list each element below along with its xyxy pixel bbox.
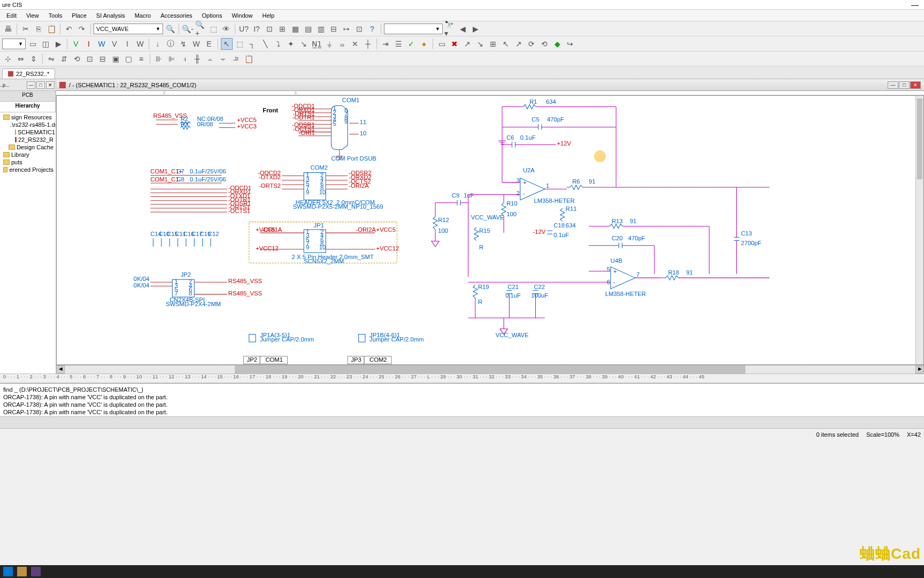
panel-close-icon[interactable]: ✕ xyxy=(46,81,55,89)
menu-macro[interactable]: Macro xyxy=(130,11,156,20)
tree-design-cache[interactable]: Design Cache xyxy=(1,143,55,151)
canvas-area[interactable]: Front RS485_VSS R2NC:0R/08 R30R/08 +VCC5… xyxy=(56,95,924,365)
zoom-fit-icon[interactable]: 👁 xyxy=(220,23,232,35)
find-combo[interactable]: VCC_WAVE▼ xyxy=(94,24,163,34)
sim-i2-icon[interactable]: I xyxy=(121,38,133,50)
prev-match-icon[interactable]: ◀ xyxy=(457,23,468,35)
search-combo[interactable]: ▼ xyxy=(384,24,443,34)
rotate-icon[interactable]: ⟲ xyxy=(71,53,83,65)
menu-options[interactable]: Options xyxy=(198,11,227,20)
doc-tab-schematic[interactable]: 22_RS232..* xyxy=(2,69,55,79)
u-icon[interactable]: U? xyxy=(238,23,250,35)
sim-v2-icon[interactable]: V xyxy=(109,38,120,50)
part-icon[interactable]: ⊞ xyxy=(276,23,288,35)
sim-i-icon[interactable]: I xyxy=(83,38,95,50)
menu-place[interactable]: Place xyxy=(67,11,91,20)
updatepart-icon[interactable]: ⟳ xyxy=(526,38,537,50)
ref-icon[interactable]: I? xyxy=(251,23,263,35)
menu-tools[interactable]: Tools xyxy=(44,11,67,20)
place-wire-icon[interactable]: ┐ xyxy=(247,38,258,50)
schem-min-icon[interactable]: — xyxy=(888,81,898,89)
tab-pcb[interactable]: PCB xyxy=(0,91,56,101)
sim-w2-icon[interactable]: W xyxy=(134,38,146,50)
align-bottom-icon[interactable]: ⫡ xyxy=(230,53,242,65)
net-icon[interactable]: ⊡ xyxy=(264,23,275,35)
grid1-icon[interactable]: ▦ xyxy=(289,23,301,35)
next-match-icon[interactable]: ▶ xyxy=(469,23,481,35)
align-right-icon[interactable]: ⫠ xyxy=(204,53,216,65)
place-text-icon[interactable]: ✓ xyxy=(405,38,417,50)
project-tree[interactable]: sign Resources .\rs232-rs485-1.dsn SCHEM… xyxy=(0,112,56,374)
taskbar[interactable] xyxy=(0,565,924,578)
cut-icon[interactable]: ✂ xyxy=(20,23,32,35)
menu-si-analysis[interactable]: SI Analysis xyxy=(92,11,129,20)
zoom-area-icon[interactable]: ⬚ xyxy=(207,23,219,35)
sim-w-icon[interactable]: W xyxy=(96,38,107,50)
notes-icon[interactable]: 📋 xyxy=(243,53,255,65)
place-junction-icon[interactable]: ✦ xyxy=(285,38,297,50)
dist-h-icon[interactable]: ⊪ xyxy=(153,53,165,65)
ungroup-icon[interactable]: ⊟ xyxy=(97,53,109,65)
tree-page[interactable]: 22_RS232_R xyxy=(1,136,55,143)
schem-max-icon[interactable]: □ xyxy=(899,81,910,89)
menu-edit[interactable]: Edit xyxy=(2,11,21,20)
mirror-h-icon[interactable]: ⇋ xyxy=(45,53,57,65)
sim-marker1-icon[interactable]: ↓ xyxy=(152,38,164,50)
next-icon[interactable]: ↦ xyxy=(341,23,352,35)
tree-dsn-file[interactable]: .\rs232-rs485-1.dsn xyxy=(1,121,55,128)
snap-icon[interactable]: ⊡ xyxy=(353,23,365,35)
place-busentry-icon[interactable]: ↘ xyxy=(298,38,310,50)
sim-marker2-icon[interactable]: ↯ xyxy=(178,38,189,50)
taskbar-app-icon[interactable] xyxy=(31,567,41,576)
drc-icon[interactable]: ▭ xyxy=(436,38,448,50)
binoculars-icon[interactable]: 🔭▾ xyxy=(444,23,456,35)
place-netalias-icon[interactable]: N̲1̲ xyxy=(311,38,322,50)
bom-icon[interactable]: ⊞ xyxy=(487,38,499,50)
grid2-icon[interactable]: ▤ xyxy=(302,23,314,35)
info-icon[interactable]: ⓘ xyxy=(165,38,176,50)
select-icon[interactable]: ↖ xyxy=(221,38,233,50)
tree-outputs[interactable]: puts xyxy=(1,158,55,166)
minimize-icon[interactable]: — xyxy=(911,1,919,9)
taskbar-explorer-icon[interactable] xyxy=(17,567,27,576)
cross-probe-icon[interactable]: ↖ xyxy=(500,38,512,50)
mirror-v-icon[interactable]: ⇵ xyxy=(58,53,70,65)
menu-accessories[interactable]: Accessories xyxy=(156,11,196,20)
redo-icon[interactable]: ↷ xyxy=(76,23,88,35)
menu-view[interactable]: View xyxy=(22,11,43,20)
session-log[interactable]: find _ (D:\PROJECT\PCB_PROJECT\SCHEMATIC… xyxy=(0,383,924,416)
place-bus-icon[interactable]: ╲ xyxy=(259,38,271,50)
annotate-icon[interactable]: ↗ xyxy=(461,38,473,50)
zoom-out-icon[interactable]: 🔍- xyxy=(182,23,194,35)
scroll-h[interactable]: ◀ ▶ xyxy=(56,365,924,374)
tree-schematic1[interactable]: SCHEMATIC1 xyxy=(1,128,55,136)
order-front-icon[interactable]: ▣ xyxy=(110,53,121,65)
help-icon[interactable]: ? xyxy=(366,23,378,35)
design-sync-icon[interactable]: ⟲ xyxy=(538,38,550,50)
scroll-left-icon[interactable]: ◀ xyxy=(56,366,65,374)
order-back-icon[interactable]: ▢ xyxy=(122,53,134,65)
tb2-1[interactable]: ▭ xyxy=(27,38,38,50)
place-bookmark-icon[interactable]: ● xyxy=(418,38,430,50)
copy-icon[interactable]: ⎘ xyxy=(33,23,44,35)
panel-max-icon[interactable]: □ xyxy=(36,81,45,89)
taskbar-start-icon[interactable] xyxy=(3,567,13,576)
align-h-icon[interactable]: ⇔ xyxy=(15,53,27,65)
place-hier-icon[interactable]: ┼ xyxy=(362,38,374,50)
paste-icon[interactable]: 📋 xyxy=(45,23,57,35)
menu-help[interactable]: Help xyxy=(258,11,279,20)
place-power-icon[interactable]: ⏚ xyxy=(324,38,335,50)
tree-design-resources[interactable]: sign Resources xyxy=(1,113,55,121)
place-offpage-icon[interactable]: ⇥ xyxy=(380,38,391,50)
create-netlist-icon[interactable]: ◆ xyxy=(551,38,563,50)
group-icon[interactable]: ⊡ xyxy=(84,53,96,65)
scroll-v[interactable] xyxy=(915,96,923,364)
align-left-icon[interactable]: ⫞ xyxy=(179,53,190,65)
menu-window[interactable]: Window xyxy=(227,11,257,20)
align-v-icon[interactable]: ⇕ xyxy=(28,53,40,65)
tree-referenced[interactable]: erenced Projects xyxy=(1,166,55,173)
print-icon[interactable]: 🖶 xyxy=(2,23,14,35)
tab-hierarchy[interactable]: Hierarchy xyxy=(0,102,56,112)
layer-combo[interactable]: ▼ xyxy=(2,39,26,49)
tb2-2[interactable]: ◫ xyxy=(40,38,51,50)
